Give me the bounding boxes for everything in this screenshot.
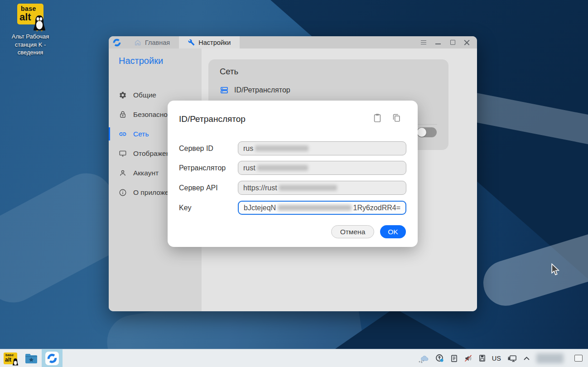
field-row-relay: Ретранслятор rust (179, 161, 406, 175)
sidebar-item-label: Сеть (133, 130, 149, 138)
field-label: Сервер ID (179, 145, 238, 153)
menu-icon[interactable] (420, 39, 427, 46)
info-icon (119, 188, 127, 197)
id-relay-row[interactable]: ID/Ретранслятор (220, 86, 290, 95)
chevron-up-icon[interactable] (523, 356, 530, 361)
relay-input[interactable]: rust (238, 161, 406, 175)
copy-icon[interactable] (391, 113, 401, 123)
rustdesk-task-button[interactable] (42, 349, 63, 367)
gear-icon (119, 91, 127, 99)
file-manager-button[interactable] (21, 349, 42, 367)
dialog-header-icons (372, 113, 401, 123)
rustdesk-icon (45, 352, 59, 365)
clipboard-icon[interactable] (450, 354, 458, 362)
window-tab-bar[interactable]: Главная Настройки (109, 36, 477, 48)
input-visible-text: rust (243, 164, 255, 172)
cancel-button[interactable]: Отмена (331, 225, 374, 238)
field-row-server-id: Сервер ID rus (179, 141, 406, 155)
input-visible-text: https://rust (243, 184, 277, 192)
field-row-api-server: Сервер API https://rust (179, 181, 406, 195)
basealt-logo: base alt (17, 4, 43, 24)
sidebar-title: Настройки (119, 56, 202, 66)
dialog-buttons: Отмена OK (331, 225, 406, 238)
dialog-title: ID/Ретранслятор (179, 114, 246, 124)
paste-icon[interactable] (372, 113, 382, 123)
home-icon (134, 39, 141, 46)
server-icon (220, 86, 229, 95)
desktop-icon-label: Альт Рабочая станция K - сведения (4, 33, 57, 57)
tab-settings[interactable]: Настройки (179, 36, 240, 48)
sidebar-item-label: Общие (133, 91, 156, 99)
key-input[interactable]: bJctejeqN 1Ry6zodRR4= (238, 201, 406, 215)
tab-home[interactable]: Главная (125, 36, 179, 48)
penguin-icon (32, 14, 47, 32)
redacted-text (279, 185, 337, 191)
basealt-menu-icon: base alt (4, 353, 17, 364)
rustdesk-logo-icon (109, 39, 125, 47)
network-toggle-off[interactable] (417, 127, 437, 137)
taskbar-apps: base alt (0, 349, 63, 367)
basealt-logo-text-bottom: alt (19, 11, 31, 23)
maximize-icon[interactable] (449, 39, 456, 46)
updates-icon[interactable] (435, 354, 444, 362)
network-section-title: Сеть (220, 67, 238, 77)
weather-temp: +1° (419, 360, 424, 364)
disk-icon[interactable] (479, 354, 486, 362)
close-icon[interactable] (464, 39, 470, 45)
penguin-icon (12, 358, 19, 366)
person-icon (119, 169, 127, 177)
field-label: Сервер API (179, 184, 238, 192)
server-id-input[interactable]: rus (238, 141, 406, 155)
link-icon (119, 130, 127, 138)
weather-icon[interactable]: +1° (420, 355, 429, 362)
id-relay-dialog: ID/Ретранслятор Сервер ID rus Ретранслят… (168, 101, 418, 247)
keyboard-layout-indicator[interactable]: US (492, 355, 501, 362)
input-visible-suffix: 1Ry6zodRR4= (353, 204, 401, 212)
lock-icon (119, 111, 127, 119)
field-label: Key (179, 204, 238, 212)
network-icon[interactable] (507, 354, 517, 362)
redacted-text (255, 145, 308, 151)
tab-home-label: Главная (145, 39, 170, 46)
desktop-screen: base alt Альт Рабочая станция K - сведен… (0, 0, 588, 367)
system-tray: +1° (420, 353, 588, 363)
tab-settings-label: Настройки (198, 39, 231, 46)
input-visible-prefix: bJctejeqN (244, 204, 276, 212)
input-visible-text: rus (243, 145, 253, 153)
minimize-icon[interactable] (435, 39, 441, 46)
redacted-text (278, 205, 351, 211)
field-row-key: Key bJctejeqN 1Ry6zodRR4= (179, 201, 406, 215)
folder-icon (24, 353, 38, 364)
show-desktop-button[interactable] (574, 355, 583, 362)
monitor-icon (119, 150, 127, 158)
active-indicator (109, 127, 110, 140)
desktop-icon-alt-workstation-info[interactable]: base alt Альт Рабочая станция K - сведен… (4, 4, 57, 57)
field-label: Ретранслятор (179, 164, 238, 172)
toggle-knob (417, 128, 426, 137)
ok-button[interactable]: OK (380, 225, 406, 238)
api-server-input[interactable]: https://rust (238, 181, 406, 195)
window-controls (420, 39, 477, 46)
clock-redacted[interactable] (536, 353, 564, 363)
id-relay-row-label: ID/Ретранслятор (234, 86, 290, 94)
wrench-icon (188, 39, 195, 46)
sidebar-item-label: Аккаунт (133, 169, 159, 177)
taskbar: base alt (0, 349, 588, 367)
redacted-text (257, 165, 308, 171)
volume-muted-icon[interactable] (464, 354, 472, 362)
start-menu-button[interactable]: base alt (0, 349, 21, 367)
